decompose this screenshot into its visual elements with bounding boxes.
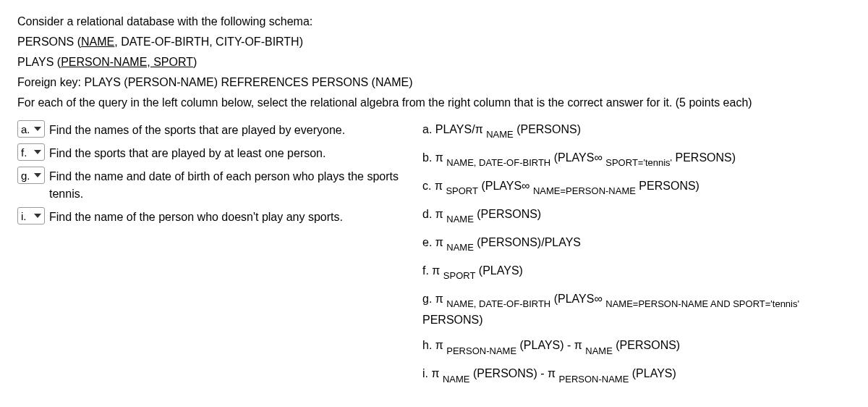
option-b-text: b. π NAME, DATE-OF-BIRTH (PLAYS∞ SPORT='… <box>422 151 736 164</box>
intro-line-1: Consider a relational database with the … <box>17 13 851 30</box>
option-b: b. π NAME, DATE-OF-BIRTH (PLAYS∞ SPORT='… <box>422 148 851 169</box>
question-2-row: f. Find the sports that are played by at… <box>17 143 408 162</box>
chevron-down-icon <box>34 150 41 154</box>
option-g-text: g. π NAME, DATE-OF-BIRTH (PLAYS∞ NAME=PE… <box>422 293 799 326</box>
chevron-down-icon <box>34 173 41 177</box>
question-3-dropdown[interactable]: g. <box>17 167 45 184</box>
option-f-text: f. π SPORT (PLAYS) <box>422 264 523 277</box>
question-1-selected: a. <box>21 123 30 135</box>
plays-key: PERSON-NAME, SPORT <box>61 56 193 68</box>
option-e-text: e. π NAME (PERSONS)/PLAYS <box>422 236 581 248</box>
plays-rest: ) <box>193 56 197 68</box>
option-h-text: h. π PERSON-NAME (PLAYS) - π NAME (PERSO… <box>422 339 680 351</box>
question-4-selected: i. <box>21 210 27 222</box>
option-g: g. π NAME, DATE-OF-BIRTH (PLAYS∞ NAME=PE… <box>422 290 851 330</box>
questions-column: a. Find the names of the sports that are… <box>17 120 408 393</box>
schema-plays: PLAYS (PERSON-NAME, SPORT) <box>17 54 851 71</box>
question-4-dropdown[interactable]: i. <box>17 207 45 225</box>
chevron-down-icon <box>34 127 41 131</box>
option-i-text: i. π NAME (PERSONS) - π PERSON-NAME (PLA… <box>422 367 676 379</box>
option-i: i. π NAME (PERSONS) - π PERSON-NAME (PLA… <box>422 364 851 385</box>
question-2-selected: f. <box>21 146 27 159</box>
persons-key: NAME <box>81 35 114 48</box>
question-4-text: Find the name of the person who doesn't … <box>49 207 343 226</box>
question-2-dropdown[interactable]: f. <box>17 143 45 161</box>
question-3-row: g. Find the name and date of birth of ea… <box>17 167 408 203</box>
plays-prefix: PLAYS ( <box>17 56 61 68</box>
option-f: f. π SPORT (PLAYS) <box>422 261 851 282</box>
question-4-row: i. Find the name of the person who doesn… <box>17 207 408 226</box>
option-c-text: c. π SPORT (PLAYS∞ NAME=PERSON-NAME PERS… <box>422 180 699 192</box>
question-3-text: Find the name and date of birth of each … <box>49 167 408 203</box>
question-1-dropdown[interactable]: a. <box>17 120 45 138</box>
question-2-text: Find the sports that are played by at le… <box>49 143 326 162</box>
schema-persons: PERSONS (NAME, DATE-OF-BIRTH, CITY-OF-BI… <box>17 33 851 51</box>
option-d-text: d. π NAME (PERSONS) <box>422 208 541 220</box>
persons-prefix: PERSONS ( <box>17 35 81 48</box>
question-1-text: Find the names of the sports that are pl… <box>49 120 345 139</box>
option-c: c. π SPORT (PLAYS∞ NAME=PERSON-NAME PERS… <box>422 177 851 198</box>
persons-rest: , DATE-OF-BIRTH, CITY-OF-BIRTH) <box>114 35 303 48</box>
chevron-down-icon <box>34 214 41 218</box>
question-1-row: a. Find the names of the sports that are… <box>17 120 408 139</box>
instructions-line: For each of the query in the left column… <box>17 94 851 112</box>
options-column: a. PLAYS/π NAME (PERSONS) b. π NAME, DAT… <box>422 120 851 393</box>
content-wrapper: a. Find the names of the sports that are… <box>17 120 851 393</box>
question-3-selected: g. <box>21 169 30 182</box>
option-a-text: a. PLAYS/π NAME (PERSONS) <box>422 123 581 135</box>
option-h: h. π PERSON-NAME (PLAYS) - π NAME (PERSO… <box>422 336 851 357</box>
option-a: a. PLAYS/π NAME (PERSONS) <box>422 120 851 141</box>
foreign-key-line: Foreign key: PLAYS (PERSON-NAME) REFRERE… <box>17 74 851 91</box>
option-e: e. π NAME (PERSONS)/PLAYS <box>422 233 851 254</box>
option-d: d. π NAME (PERSONS) <box>422 205 851 226</box>
